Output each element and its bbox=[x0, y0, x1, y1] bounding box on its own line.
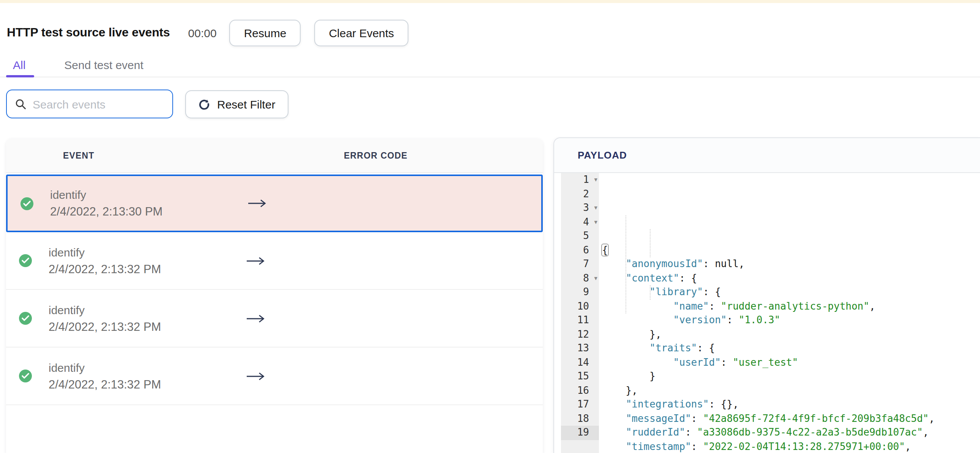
active-tab-underline bbox=[6, 75, 34, 77]
line-number: 13 bbox=[561, 342, 599, 356]
event-type: identify bbox=[50, 188, 162, 201]
search-box bbox=[6, 89, 173, 118]
event-timestamp: 2/4/2022, 2:13:30 PM bbox=[50, 205, 162, 219]
event-row[interactable]: identify 2/4/2022, 2:13:30 PM bbox=[6, 175, 543, 232]
fold-caret-icon[interactable]: ▼ bbox=[594, 271, 597, 285]
code-line: "context": { bbox=[602, 271, 980, 285]
line-number: 14 bbox=[561, 356, 599, 370]
success-icon bbox=[19, 370, 32, 382]
payload-title: PAYLOAD bbox=[578, 149, 627, 161]
success-icon bbox=[21, 197, 33, 210]
event-type: identify bbox=[49, 361, 161, 374]
editor-gutter: 1▼23▼4▼5678▼910111213141516171819 bbox=[561, 173, 599, 453]
payload-editor[interactable]: 1▼23▼4▼5678▼910111213141516171819 { "ano… bbox=[554, 173, 980, 453]
indent-guide bbox=[649, 285, 650, 299]
events-table: EVENT ERROR CODE identify 2/4/2022, 2:13… bbox=[6, 139, 543, 453]
details-arrow-icon[interactable] bbox=[246, 314, 266, 323]
page-header: HTTP test source live events 00:00 Resum… bbox=[7, 18, 408, 47]
payload-panel: PAYLOAD 1▼23▼4▼5678▼91011121314151617181… bbox=[554, 137, 980, 453]
line-number: 10 bbox=[561, 299, 599, 313]
event-rows: identify 2/4/2022, 2:13:30 PM identify 2… bbox=[6, 175, 543, 405]
details-arrow-icon[interactable] bbox=[246, 256, 266, 265]
column-header-event: EVENT bbox=[63, 151, 94, 160]
event-info: identify 2/4/2022, 2:13:32 PM bbox=[49, 245, 161, 276]
editor-code[interactable]: { "anonymousId": null, "context": { "lib… bbox=[600, 173, 980, 453]
refresh-icon bbox=[198, 98, 211, 111]
event-info: identify 2/4/2022, 2:13:32 PM bbox=[49, 361, 161, 391]
page-title: HTTP test source live events bbox=[7, 26, 170, 40]
line-number: 19 bbox=[561, 426, 599, 440]
event-row[interactable]: identify 2/4/2022, 2:13:32 PM bbox=[6, 348, 543, 405]
code-line: "anonymousId": null, bbox=[602, 257, 980, 271]
event-row[interactable]: identify 2/4/2022, 2:13:32 PM bbox=[6, 232, 543, 290]
event-info: identify 2/4/2022, 2:13:30 PM bbox=[50, 188, 162, 219]
reset-filter-label: Reset Filter bbox=[217, 98, 275, 111]
line-number: 7 bbox=[561, 257, 599, 271]
column-header-error-code: ERROR CODE bbox=[344, 151, 408, 160]
code-line: "messageId": "42a8695f-72f4-4f9f-bfcf-20… bbox=[602, 412, 980, 426]
code-line: "timestamp": "2022-02-04T14:13:28.275971… bbox=[602, 440, 980, 453]
line-number: 4▼ bbox=[561, 215, 599, 229]
event-info: identify 2/4/2022, 2:13:32 PM bbox=[49, 303, 161, 334]
code-line: "library": { bbox=[602, 285, 980, 299]
fold-caret-icon[interactable]: ▼ bbox=[594, 215, 597, 229]
success-icon bbox=[19, 254, 32, 267]
event-timestamp: 2/4/2022, 2:13:32 PM bbox=[49, 320, 161, 334]
events-table-header: EVENT ERROR CODE bbox=[6, 139, 543, 173]
event-type: identify bbox=[49, 303, 161, 316]
live-events-page: HTTP test source live events 00:00 Resum… bbox=[0, 0, 980, 453]
event-timer: 00:00 bbox=[188, 26, 217, 39]
event-timestamp: 2/4/2022, 2:13:32 PM bbox=[49, 262, 161, 276]
fold-caret-icon[interactable]: ▼ bbox=[594, 201, 597, 215]
line-number: 9 bbox=[561, 285, 599, 299]
indent-guide bbox=[649, 229, 650, 257]
code-line: "name": "rudder-analytics-python", bbox=[602, 299, 980, 313]
line-number: 3▼ bbox=[561, 201, 599, 215]
line-number: 18 bbox=[561, 412, 599, 426]
code-line: }, bbox=[602, 383, 980, 397]
tab-bar-border bbox=[0, 76, 980, 77]
details-arrow-icon[interactable] bbox=[247, 199, 267, 208]
event-type: identify bbox=[49, 245, 161, 258]
code-line: } bbox=[602, 370, 980, 383]
code-line: "userId": "user_test" bbox=[602, 356, 980, 370]
tab-send-test-event[interactable]: Send test event bbox=[57, 59, 150, 72]
code-line: "traits": { bbox=[602, 342, 980, 356]
line-number: 17 bbox=[561, 397, 599, 412]
line-number: 8▼ bbox=[561, 271, 599, 285]
code-line: }, bbox=[602, 327, 980, 342]
details-arrow-icon[interactable] bbox=[246, 372, 266, 380]
fold-caret-icon[interactable]: ▼ bbox=[594, 173, 597, 187]
search-icon bbox=[15, 98, 27, 110]
payload-panel-header: PAYLOAD bbox=[554, 138, 980, 173]
line-number: 11 bbox=[561, 313, 599, 327]
line-number: 1▼ bbox=[561, 173, 599, 187]
success-icon bbox=[19, 312, 32, 325]
search-input[interactable] bbox=[33, 97, 184, 110]
clear-events-button[interactable]: Clear Events bbox=[314, 19, 408, 46]
tab-all[interactable]: All bbox=[6, 59, 32, 72]
line-number: 6 bbox=[561, 243, 599, 257]
line-number: 5 bbox=[561, 229, 599, 243]
code-line: "rudderId": "a33086db-9375-4c22-a2a3-b5d… bbox=[602, 426, 980, 440]
resume-button[interactable]: Resume bbox=[230, 19, 301, 46]
line-number: 15 bbox=[561, 370, 599, 383]
top-accent-bar bbox=[0, 0, 980, 3]
line-number: 2 bbox=[561, 187, 599, 201]
line-number: 16 bbox=[561, 383, 599, 397]
event-timestamp: 2/4/2022, 2:13:32 PM bbox=[49, 377, 161, 391]
indent-guide bbox=[626, 215, 627, 313]
event-row[interactable]: identify 2/4/2022, 2:13:32 PM bbox=[6, 290, 543, 348]
reset-filter-button[interactable]: Reset Filter bbox=[185, 90, 288, 118]
code-line: "version": "1.0.3" bbox=[602, 313, 980, 327]
tab-bar: All Send test event bbox=[0, 53, 980, 78]
line-number: 12 bbox=[561, 327, 599, 342]
code-line: { bbox=[602, 243, 980, 257]
code-line: "integrations": {}, bbox=[602, 397, 980, 412]
